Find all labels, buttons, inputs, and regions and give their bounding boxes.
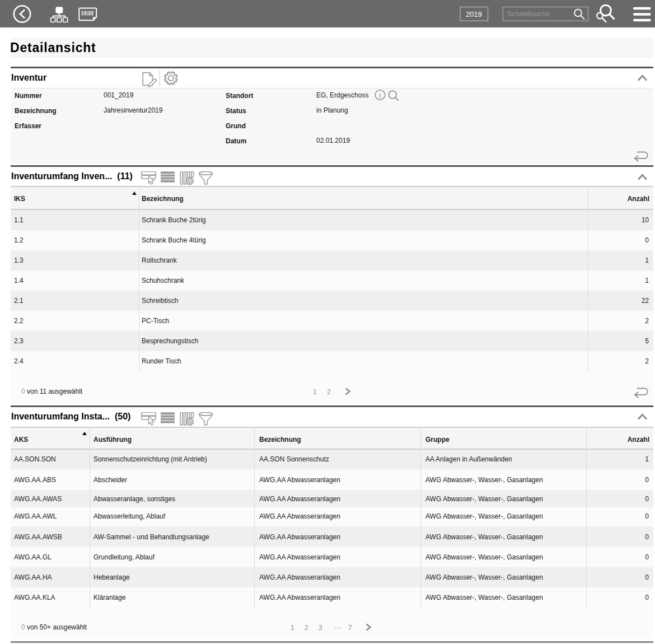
svg-text:i: i [379, 91, 381, 100]
svg-text:2019: 2019 [466, 10, 482, 18]
svg-text:Schnellsuche: Schnellsuche [507, 10, 550, 18]
